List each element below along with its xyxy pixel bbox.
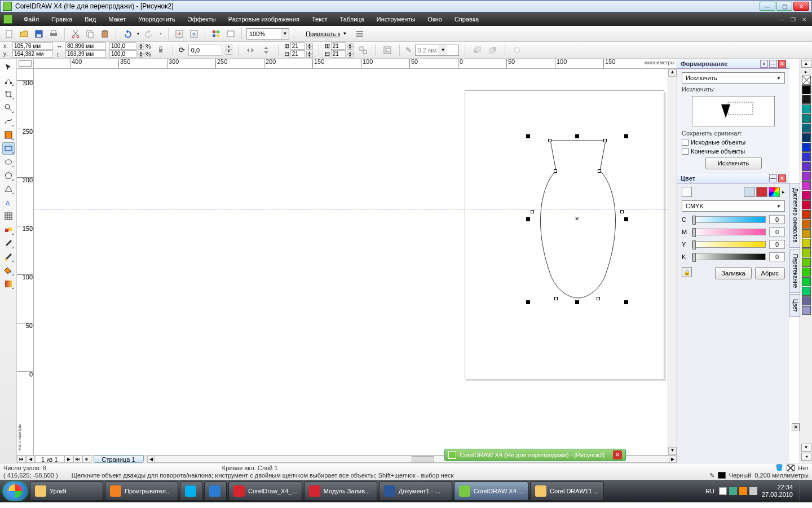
menu-view[interactable]: Вид (79, 15, 102, 24)
undo-dropdown[interactable]: ▼ (135, 28, 141, 40)
cols2-input[interactable]: 21 (331, 42, 346, 50)
taskbar-clock[interactable]: 22:34 27.03.2010 (762, 484, 793, 498)
menu-help[interactable]: Справка (449, 15, 484, 24)
selection-handle[interactable] (526, 134, 530, 138)
spinner[interactable]: ▲▼ (347, 43, 354, 50)
cols-input[interactable]: 21 (290, 42, 305, 50)
target-objects-checkbox[interactable]: Конечные объекты (682, 148, 785, 155)
m-slider[interactable] (692, 229, 766, 235)
paste-button[interactable] (99, 28, 111, 40)
palette-swatch[interactable] (802, 268, 811, 277)
prev-page-button[interactable]: ◀ (26, 456, 35, 463)
docker-minimize-button[interactable]: — (769, 60, 777, 68)
color-sliders-tab[interactable] (744, 187, 755, 197)
palette-swatch[interactable] (802, 104, 811, 113)
app-launcher-button[interactable] (210, 28, 222, 40)
last-page-button[interactable]: ⏭ (73, 456, 82, 463)
convert-button[interactable] (511, 44, 523, 56)
curve-node[interactable] (603, 139, 607, 142)
shape-tool[interactable] (2, 75, 15, 87)
language-indicator[interactable]: RU (705, 488, 714, 494)
polygon-tool[interactable] (2, 169, 15, 182)
palette-flyout-icon[interactable]: ▸ (805, 69, 807, 75)
rectangle-tool[interactable] (2, 142, 15, 155)
to-front-button[interactable] (471, 44, 483, 56)
outline-tool[interactable] (2, 251, 15, 263)
ellipse-tool[interactable] (2, 156, 15, 168)
menu-text[interactable]: Текст (306, 15, 333, 24)
curve-node[interactable] (548, 139, 551, 142)
window-minimize-button[interactable]: — (760, 2, 775, 11)
export-button[interactable] (188, 28, 200, 40)
spinner[interactable]: ▲▼ (306, 43, 313, 50)
palette-swatch[interactable] (802, 248, 811, 257)
wrap-button[interactable] (381, 44, 394, 56)
ruler-origin[interactable] (17, 59, 34, 69)
palette-swatch[interactable] (802, 172, 811, 181)
palette-down-arrow[interactable]: ▼ (801, 444, 811, 452)
width-input[interactable]: 80,896 мм (65, 42, 106, 50)
spinner[interactable]: ▲▼ (226, 45, 232, 56)
doc-minimize-button[interactable]: — (777, 15, 786, 23)
slider-knob[interactable] (692, 228, 696, 237)
outline-swatch-black[interactable] (718, 472, 726, 479)
menu-tools[interactable]: Инструменты (371, 15, 421, 24)
menu-file[interactable]: Файл (18, 15, 45, 24)
slider-knob[interactable] (692, 253, 696, 262)
curve-node[interactable] (620, 210, 624, 213)
tray-flag-icon[interactable] (719, 487, 727, 495)
new-button[interactable] (3, 28, 16, 40)
shaping-apply-button[interactable]: Исключить (705, 157, 762, 169)
palette-swatch[interactable] (802, 220, 811, 229)
flyout-icon[interactable]: ▸ (782, 189, 785, 195)
taskbar-button[interactable]: Урок9 (30, 481, 103, 501)
crop-tool[interactable] (2, 88, 15, 100)
curve-node[interactable] (598, 169, 601, 173)
no-color-swatch[interactable] (802, 76, 811, 85)
rows2-input[interactable]: 21 (331, 50, 346, 58)
pick-tool[interactable] (2, 61, 15, 73)
spinner[interactable]: ▲▼ (138, 43, 144, 50)
selection-handle[interactable] (624, 134, 628, 138)
scroll-down-arrow[interactable]: ▼ (668, 447, 677, 455)
spinner[interactable]: ▲▼ (306, 51, 313, 58)
side-close-icon[interactable]: ✕ (792, 423, 800, 431)
menu-effects[interactable]: Эффекты (182, 15, 222, 24)
k-slider[interactable] (692, 253, 766, 260)
taskbar-button[interactable] (204, 481, 227, 501)
print-button[interactable] (47, 28, 60, 40)
y-input[interactable]: 164,382 мм (12, 50, 53, 58)
palette-swatch[interactable] (802, 152, 811, 161)
menu-bitmaps[interactable]: Растровые изображения (223, 15, 305, 24)
zoom-combo[interactable]: ▼ (246, 28, 289, 40)
cut-button[interactable] (69, 28, 82, 40)
save-button[interactable] (33, 28, 45, 40)
taskbar-button[interactable]: Corel DRAW11 ... (530, 481, 604, 501)
palette-swatch[interactable] (802, 306, 811, 315)
taskbar-preview-flash[interactable]: CorelDRAW X4 (Не для перепродажи) - [Рис… (444, 449, 626, 461)
taskbar-button[interactable]: CorelDRAW X4 ... (454, 481, 528, 501)
chevron-down-icon[interactable]: ▼ (439, 45, 447, 55)
c-value[interactable]: 0 (769, 215, 785, 224)
docker-close-button[interactable]: ✕ (778, 174, 786, 182)
tray-update-icon[interactable] (739, 487, 747, 495)
x-input[interactable]: 105,76 мм (12, 42, 53, 50)
taskbar-button[interactable]: Проигрывател... (105, 481, 178, 501)
flash-close-button[interactable]: ✕ (613, 450, 622, 459)
rotation-input[interactable]: 0,0 (188, 45, 222, 56)
selection-handle[interactable] (526, 300, 530, 304)
palette-swatch[interactable] (802, 181, 811, 190)
selection-handle[interactable] (575, 300, 579, 304)
palette-swatch[interactable] (802, 287, 811, 296)
selection-handle[interactable] (624, 300, 628, 304)
y-slider[interactable] (692, 241, 766, 248)
fill-swatch-none[interactable] (787, 465, 795, 471)
doc-restore-button[interactable]: ❐ (788, 15, 797, 23)
lock-color-button[interactable]: 🔒 (682, 267, 692, 277)
scale-x-input[interactable]: 100,0 (109, 42, 136, 50)
redo-button[interactable] (143, 28, 156, 40)
palette-swatch[interactable] (802, 210, 811, 219)
page-tab[interactable]: Страница 1 (94, 456, 144, 463)
curve-node[interactable] (554, 169, 557, 173)
palette-swatch[interactable] (802, 277, 811, 286)
